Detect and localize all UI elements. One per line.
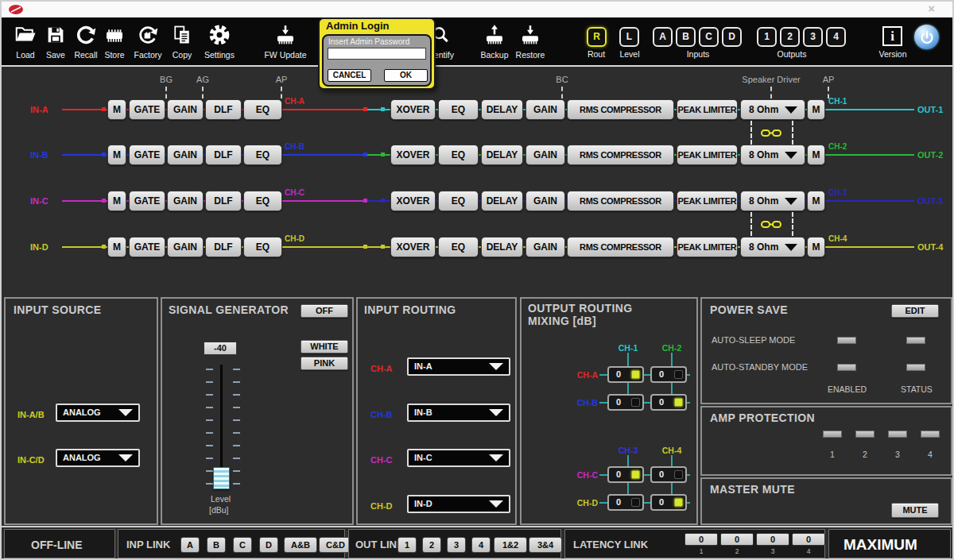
mix-cell-c4[interactable]: 0 (650, 466, 687, 483)
mix-cell-d4[interactable]: 0 (650, 494, 687, 511)
out-link-3-button[interactable]: 3 (447, 537, 466, 553)
out-link-2-button[interactable]: 2 (422, 537, 441, 553)
mix-cell-a2[interactable]: 0 (650, 366, 687, 383)
out-eq-block[interactable]: EQ (438, 237, 479, 257)
delay-block[interactable]: DELAY (481, 145, 523, 165)
routing-ch-a-dropdown[interactable]: IN-A (407, 357, 510, 376)
generator-off-button[interactable]: OFF (301, 304, 348, 318)
rms-compressor-block[interactable]: RMS COMPRESSOR (567, 99, 674, 120)
gain-block[interactable]: GAIN (167, 237, 204, 257)
routing-ch-b-dropdown[interactable]: IN-B (407, 404, 510, 422)
speaker-driver-dropdown[interactable]: 8 Ohm (740, 99, 805, 120)
xover-block[interactable]: XOVER (390, 99, 436, 120)
inp-link-c-button[interactable]: C (233, 537, 252, 553)
dlf-block[interactable]: DLF (205, 237, 242, 257)
output-4-button[interactable]: 4 (826, 27, 846, 47)
out-gain-block[interactable]: GAIN (525, 237, 565, 257)
auto-sleep-enabled-led[interactable] (837, 337, 856, 344)
latency-value-2[interactable]: 0 (720, 533, 754, 546)
dlf-block[interactable]: DLF (205, 191, 242, 211)
output-mute-block[interactable]: M (807, 99, 825, 120)
rout-button[interactable]: R (587, 27, 607, 47)
generator-fader-handle[interactable] (213, 467, 230, 489)
in-ab-source-dropdown[interactable]: ANALOG (56, 404, 140, 422)
output-mute-block[interactable]: M (807, 191, 825, 211)
input-c-button[interactable]: C (699, 27, 719, 47)
gain-block[interactable]: GAIN (167, 99, 204, 120)
out-eq-block[interactable]: EQ (438, 145, 479, 165)
peak-limiter-block[interactable]: PEAK LIMITER (677, 237, 738, 257)
out-eq-block[interactable]: EQ (438, 99, 479, 120)
delay-block[interactable]: DELAY (481, 99, 523, 120)
xover-block[interactable]: XOVER (390, 237, 436, 257)
fw-update-button[interactable]: FW Update (259, 21, 312, 60)
out-gain-block[interactable]: GAIN (525, 191, 565, 211)
driver-link-icon[interactable] (761, 127, 781, 141)
out-link-34-button[interactable]: 3&4 (529, 537, 562, 553)
input-b-button[interactable]: B (676, 27, 696, 47)
restore-button[interactable]: Restore (504, 21, 556, 60)
mix-enable-led[interactable] (631, 470, 640, 479)
gate-block[interactable]: GATE (129, 191, 165, 211)
xover-block[interactable]: XOVER (390, 145, 436, 165)
eq-block[interactable]: EQ (243, 99, 282, 120)
master-mute-button[interactable]: MUTE (891, 503, 939, 518)
pink-noise-button[interactable]: PINK (301, 357, 348, 370)
gate-block[interactable]: GATE (129, 237, 165, 257)
mix-cell-d3[interactable]: 0 (607, 494, 644, 511)
output-1-button[interactable]: 1 (757, 27, 777, 47)
admin-password-input[interactable] (328, 48, 426, 60)
output-mute-block[interactable]: M (807, 145, 825, 165)
out-gain-block[interactable]: GAIN (525, 145, 565, 165)
dlf-block[interactable]: DLF (205, 145, 242, 165)
inp-link-d-button[interactable]: D (259, 537, 278, 553)
inp-link-ab-button[interactable]: A&B (284, 537, 317, 553)
delay-block[interactable]: DELAY (481, 191, 523, 211)
mix-cell-a1[interactable]: 0 (607, 366, 644, 383)
level-button[interactable]: L (619, 27, 639, 47)
out-link-1-button[interactable]: 1 (398, 537, 417, 553)
input-a-button[interactable]: A (653, 27, 673, 47)
mix-enable-led[interactable] (674, 470, 683, 479)
xover-block[interactable]: XOVER (390, 191, 436, 211)
mix-enable-led[interactable] (674, 498, 683, 507)
latency-value-1[interactable]: 0 (684, 533, 718, 546)
settings-button[interactable]: Settings (193, 21, 246, 60)
eq-block[interactable]: EQ (243, 145, 282, 165)
delay-block[interactable]: DELAY (481, 237, 523, 257)
inp-link-a-button[interactable]: A (180, 537, 200, 553)
close-icon[interactable]: × (928, 2, 935, 15)
mute-block[interactable]: M (107, 145, 126, 165)
mute-block[interactable]: M (107, 191, 126, 211)
eq-block[interactable]: EQ (243, 191, 282, 211)
inp-link-b-button[interactable]: B (207, 537, 226, 553)
mix-enable-led[interactable] (674, 398, 683, 407)
mix-cell-b2[interactable]: 0 (650, 394, 687, 411)
power-button[interactable] (914, 25, 939, 49)
eq-block[interactable]: EQ (243, 237, 282, 257)
white-noise-button[interactable]: WHITE (301, 340, 348, 353)
out-link-12-button[interactable]: 1&2 (494, 537, 527, 553)
speaker-driver-dropdown[interactable]: 8 Ohm (740, 145, 805, 165)
mute-block[interactable]: M (107, 99, 126, 120)
output-mute-block[interactable]: M (807, 237, 825, 257)
rms-compressor-block[interactable]: RMS COMPRESSOR (567, 191, 674, 211)
routing-ch-c-dropdown[interactable]: IN-C (407, 449, 510, 467)
out-eq-block[interactable]: EQ (438, 191, 479, 211)
cancel-button[interactable]: CANCEL (328, 69, 371, 82)
input-d-button[interactable]: D (722, 27, 742, 47)
peak-limiter-block[interactable]: PEAK LIMITER (677, 191, 738, 211)
latency-value-4[interactable]: 0 (792, 533, 825, 546)
out-gain-block[interactable]: GAIN (525, 99, 565, 120)
driver-link-icon[interactable] (761, 218, 781, 233)
mix-enable-led[interactable] (631, 398, 640, 407)
mix-enable-led[interactable] (631, 498, 640, 507)
inp-link-cd-button[interactable]: C&D (319, 537, 352, 553)
routing-ch-d-dropdown[interactable]: IN-D (407, 495, 510, 513)
gate-block[interactable]: GATE (129, 145, 165, 165)
out-link-4-button[interactable]: 4 (471, 537, 491, 553)
gain-block[interactable]: GAIN (167, 145, 204, 165)
latency-value-3[interactable]: 0 (756, 533, 789, 546)
mix-cell-b1[interactable]: 0 (607, 394, 644, 411)
output-2-button[interactable]: 2 (780, 27, 800, 47)
